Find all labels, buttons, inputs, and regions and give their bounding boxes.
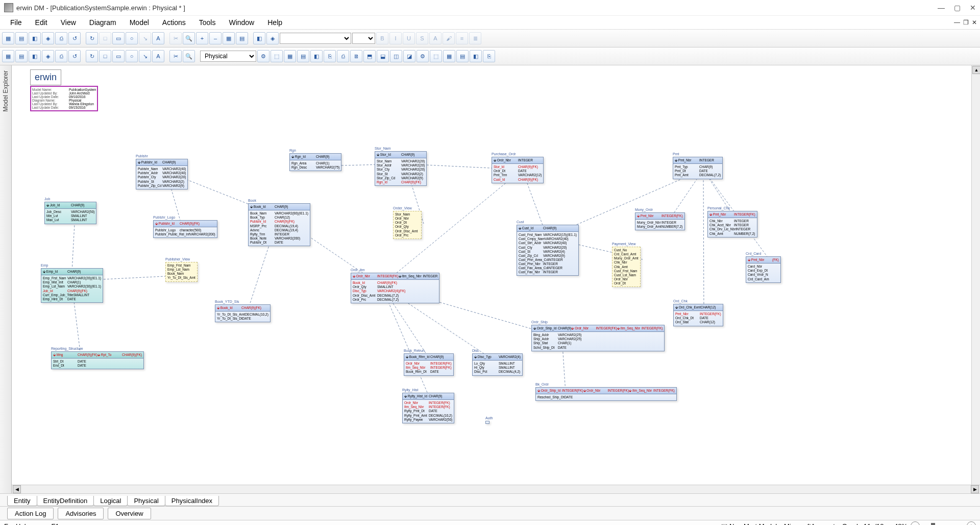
toolbar-button[interactable]: ↺ (68, 50, 81, 62)
zoom-in-button[interactable]: + (967, 521, 976, 525)
entity-rylty[interactable]: ⬙ Rylty_Hist_IdCHAR(9)Ordr_NbrINTEGER (F… (402, 393, 454, 423)
toolbar-button[interactable]: ▦ (284, 50, 296, 62)
toolbar-button[interactable]: 🔍 (183, 50, 195, 62)
diagram-canvas[interactable]: erwin Model Name:PublicationSystemLast U… (12, 65, 980, 493)
entity-pchk[interactable]: ⬙ Pmt_NbrINTEGER (FK)Chk_NbrINTEGERChk_A… (707, 211, 757, 237)
toolbar-button[interactable]: A (152, 50, 164, 62)
toolbar-button[interactable]: ◈ (42, 32, 54, 44)
toolbar-button[interactable]: ⚙ (416, 50, 429, 62)
toolbar-button[interactable]: ▭ (112, 32, 125, 44)
toolbar-button[interactable]: ▤ (456, 50, 469, 62)
model-explorer-panel[interactable]: Model Explorer (0, 65, 12, 493)
font-select[interactable] (280, 33, 351, 44)
menu-tools[interactable]: Tools (194, 17, 221, 28)
entity-rgn[interactable]: ⬙ Rgn_IdCHAR(9)Rgn_AreaCHAR(1)Rgn_DescVA… (289, 153, 341, 171)
entity-ordship[interactable]: ⬙ Ordr_Ship_IdCHAR(9)⬙ Ordr_NbrINTEGER (… (531, 325, 665, 351)
toolbar-button[interactable]: A (152, 32, 164, 44)
mdi-minimize[interactable]: — (954, 19, 960, 26)
menu-help[interactable]: Help (262, 17, 287, 28)
toolbar-button[interactable]: ◧ (29, 50, 41, 62)
toolbar-button[interactable]: ⎙ (55, 32, 67, 44)
entity-stor[interactable]: ⬙ Stor_IdCHAR(9)Stor_NamVARCHAR2(20)Stor… (375, 151, 427, 186)
toolbar-button[interactable]: ⬒ (363, 50, 376, 62)
toolbar-button[interactable]: ↘ (139, 32, 151, 44)
toolbar-button[interactable]: ◈ (266, 32, 279, 44)
toolbar-button[interactable]: – (209, 32, 222, 44)
toolbar-button[interactable]: ↻ (86, 50, 98, 62)
toolbar-button[interactable]: ◧ (253, 32, 265, 44)
entity-pmt[interactable]: ⬙ Pmt_NbrINTEGERPmt_TypCHAR(9)Pmt_DtDATE… (673, 157, 723, 179)
tab-physicalindex[interactable]: PhysicalIndex (165, 496, 219, 506)
scroll-left-arrow[interactable]: ◀ (13, 485, 21, 493)
menu-window[interactable]: Window (224, 17, 259, 28)
entity-rptstr[interactable]: ⬙ MngCHAR(9) (FK)⬙ Rpt_ToCHAR(9) (FK)Str… (51, 351, 144, 369)
entity-bkordr[interactable]: ⬙ Ordr_Ship_IdINTEGER (FK)⬙ Ordr_NbrINTE… (535, 387, 677, 401)
toolbar-button[interactable]: ◧ (310, 50, 323, 62)
toolbar-button[interactable]: ⬚ (430, 50, 442, 62)
toolbar-button[interactable]: ◫ (390, 50, 402, 62)
maximize-button[interactable]: ▢ (954, 4, 961, 12)
toolbar-button[interactable]: ◧ (29, 32, 41, 44)
toolbar-button[interactable]: ▤ (15, 32, 28, 44)
toolbar-button[interactable]: ↘ (139, 50, 151, 62)
entity-cust[interactable]: ⬙ Cust_IdCHAR(9)Cust_Frst_NamVARCHAR2(15… (517, 225, 579, 276)
mdi-close[interactable]: ✕ (972, 19, 977, 26)
horizontal-scrollbar[interactable]: ◀ ▶ (12, 485, 980, 493)
format-button[interactable]: 🖌 (443, 32, 455, 44)
toolbar-button[interactable]: ⎙ (337, 50, 349, 62)
format-button[interactable]: ≡ (456, 32, 468, 44)
btab-action-log[interactable]: Action Log (7, 508, 54, 519)
entity-ordritm[interactable]: ⬙ Ordr_NbrINTEGER (FK)⬙ Itm_Seq_NbrINTEG… (351, 273, 439, 303)
toolbar-button[interactable]: ⎙ (55, 50, 67, 62)
toolbar-button[interactable]: ▦ (443, 50, 455, 62)
toolbar-button[interactable]: ▤ (297, 50, 309, 62)
toolbar-button[interactable]: ▦ (2, 50, 14, 62)
toolbar-button[interactable]: □ (99, 50, 111, 62)
format-button[interactable]: A (429, 32, 442, 44)
format-button[interactable]: U (403, 32, 415, 44)
menu-view[interactable]: View (56, 17, 81, 28)
toolbar-button[interactable]: ⚙ (257, 50, 270, 62)
btab-advisories[interactable]: Advisories (58, 508, 104, 519)
tab-physical[interactable]: Physical (127, 496, 165, 506)
toolbar-button[interactable]: ⎘ (483, 50, 495, 62)
format-button[interactable]: B (376, 32, 388, 44)
entity-pubview[interactable]: Emp_Frst_NamEmp_Lst_NamBook_NamYr_To_Dt_… (165, 262, 198, 282)
format-button[interactable]: ≣ (469, 32, 481, 44)
menu-diagram[interactable]: Diagram (84, 17, 121, 28)
close-button[interactable]: ✕ (970, 4, 976, 12)
toolbar-button[interactable]: ↻ (86, 32, 98, 44)
menu-file[interactable]: File (5, 17, 27, 28)
toolbar-button[interactable]: 🔍 (183, 32, 195, 44)
tab-entity[interactable]: Entity (7, 496, 37, 506)
format-button[interactable]: S (416, 32, 428, 44)
entity-ordrview[interactable]: Stor_NamOrdr_NbrOrdr_DtOrdr_QtyOrdr_Disc… (393, 211, 422, 239)
toolbar-button[interactable]: 🗎 (350, 50, 362, 62)
toolbar-button[interactable]: ○ (126, 50, 138, 62)
format-button[interactable]: I (389, 32, 402, 44)
entity-crdcard[interactable]: ⬙ Pmt_Nbr (FK)Card_NbrCard_Exp_DtCard_Vn… (746, 256, 781, 283)
entity-payview[interactable]: Cust_NoCrd_Card_AmtMony_Ordr_AmtChk_NbrC… (612, 247, 641, 287)
menu-actions[interactable]: Actions (157, 17, 191, 28)
entity-job[interactable]: ⬙ Job_IdCHAR(9)Job_DescVARCHAR2(50)Min_L… (44, 202, 96, 224)
btab-overview[interactable]: Overview (108, 508, 151, 519)
vertical-scrollbar[interactable]: ▲ (971, 65, 980, 485)
toolbar-button[interactable]: ✂ (169, 32, 182, 44)
entity-publogo[interactable]: ⬙ Publshr_IdCHAR(9) (FK)Publshr_Logochar… (153, 220, 217, 238)
entity-bookret[interactable]: ⬙ Book_Rtrn_IdCHAR(9)Ordr_NbrINTEGER (FK… (404, 353, 454, 376)
toolbar-button[interactable]: ▦ (223, 32, 235, 44)
toolbar-button[interactable]: ▤ (15, 50, 28, 62)
entity-ytd[interactable]: ⬙ Book_IdCHAR(9) (FK)Yr_To_Dt_Sls_AmtDEC… (215, 304, 271, 322)
menu-model[interactable]: Model (125, 17, 154, 28)
entity-auth[interactable] (485, 421, 489, 424)
scroll-right-arrow[interactable]: ▶ (971, 485, 979, 493)
entity-purch[interactable]: ⬙ Ordr_NbrINTEGERStor_IdCHAR(9) (FK)Ordr… (492, 157, 544, 183)
toolbar-button[interactable]: + (196, 32, 208, 44)
entity-book[interactable]: ⬙ Book_IdCHAR(9)Book_NamVARCHAR2(80) (IE… (248, 203, 310, 246)
toolbar-button[interactable]: ▦ (2, 32, 14, 44)
entity-monyordr[interactable]: ⬙ Pmt_NbrINTEGER (FK)Mony_Ordr_NbrINTEGE… (635, 212, 685, 230)
minimize-button[interactable]: — (938, 4, 945, 12)
entity-disc[interactable]: ⬙ Disc_TypVARCHAR2(4)Lo_QtySMALLINTHi_Qt… (472, 353, 523, 376)
toolbar-button[interactable]: ✂ (169, 50, 182, 62)
toolbar-button[interactable]: ⬚ (271, 50, 283, 62)
